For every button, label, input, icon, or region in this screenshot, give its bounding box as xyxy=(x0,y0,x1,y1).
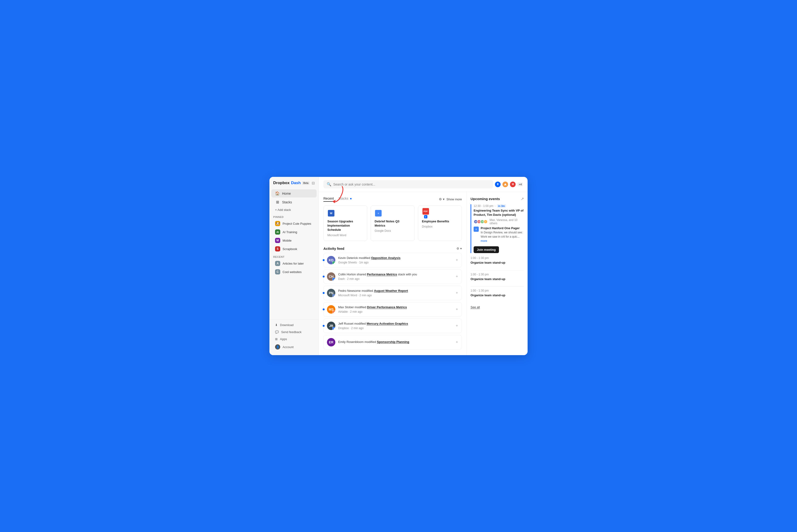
download-icon: ⬇ xyxy=(275,323,278,327)
dropbox-icon-search[interactable] xyxy=(495,182,501,187)
beta-badge: Beta xyxy=(302,181,310,185)
activity-avatar-kevin: KD S xyxy=(327,256,335,264)
search-input[interactable] xyxy=(333,183,490,186)
layout-toggle-icon[interactable]: ⊟ xyxy=(312,181,315,185)
opposition-analysis-link[interactable]: Opposition Analysis xyxy=(371,256,401,260)
sidebar-apps[interactable]: ⊞ Apps xyxy=(271,336,317,342)
add-stack-button[interactable]: + Add stack xyxy=(271,207,317,213)
august-weather-link[interactable]: August Weather Report xyxy=(374,289,408,292)
activity-item-kevin[interactable]: KD S Kevin Deterick modified Opposition … xyxy=(323,253,462,267)
performance-metrics-link[interactable]: Performance Metrics xyxy=(367,272,397,276)
recent-card-debrief-notes[interactable]: ≡ Debrief Notes Q3 Metrics Google Docs xyxy=(371,206,414,241)
card-icon-pdf: PDF xyxy=(422,209,429,217)
activity-meta-pedro: Microsoft Word · 2 min ago xyxy=(338,294,452,297)
more-sources-badge[interactable]: +4 xyxy=(518,183,523,186)
activity-filter-chevron: ▾ xyxy=(460,247,462,250)
activity-action-max[interactable]: ✦ xyxy=(455,307,458,311)
ai-training-label: AI Training xyxy=(282,230,297,234)
sidebar-download[interactable]: ⬇ Download xyxy=(271,322,317,328)
event-item-4: 1:00 - 1:30 pm Organize team stand-up xyxy=(470,289,524,303)
tabs-row: Recent Stacks ⚙ ▾ Show more xyxy=(323,196,462,202)
tab-stacks[interactable]: Stacks xyxy=(338,196,352,202)
activity-avatar-jeff: JR xyxy=(327,322,335,330)
external-link-icon[interactable]: ↗ xyxy=(521,196,524,201)
event-2-title: Organize team stand-up xyxy=(470,261,524,265)
activity-title: Activity feed xyxy=(323,247,344,250)
event-4-title: Organize team stand-up xyxy=(470,293,524,298)
activity-item-pedro[interactable]: PN W Pedro Newsome modified August Weath… xyxy=(323,286,462,300)
attendees-text: Max, Vanessa, and 10 others xyxy=(489,218,524,225)
activity-action-kevin[interactable]: ✦ xyxy=(455,258,458,262)
event-3-time: 1:00 - 1:30 pm xyxy=(470,273,524,276)
cool-websites-label: Cool websites xyxy=(282,270,301,274)
gmail-icon-search[interactable]: M xyxy=(510,182,516,187)
activity-action-pedro[interactable]: ✦ xyxy=(455,291,458,295)
activity-item-max[interactable]: MS A Max Stober modified Driver Performa… xyxy=(323,302,462,317)
card-title-season: Season Upgrades Implementation Schedule xyxy=(328,219,363,232)
sidebar-item-articles[interactable]: A Articles for later xyxy=(271,260,317,267)
search-bar: 🔍 M +4 xyxy=(319,177,527,192)
stacks-icon: ⊞ xyxy=(275,200,280,204)
join-meeting-button[interactable]: Join meeting xyxy=(474,246,499,253)
recent-section-label: Recent xyxy=(270,253,318,259)
sidebar-item-stacks[interactable]: ⊞ Stacks xyxy=(271,198,317,206)
ai-training-icon: AI xyxy=(275,229,280,234)
search-icons-group: M +4 xyxy=(495,182,523,187)
sidebar-item-mobile[interactable]: M Mobile xyxy=(271,236,317,244)
sidebar-item-ai-training[interactable]: AI AI Training xyxy=(271,228,317,236)
activity-text-jeff: Jeff Russet modified Mercury Activation … xyxy=(338,322,452,326)
activity-item-jeff[interactable]: JR Jeff Russet modified Mercury Activati… xyxy=(323,319,462,333)
search-input-wrap[interactable]: 🔍 xyxy=(323,180,493,188)
scrapbook-icon: S xyxy=(275,246,280,251)
sidebar-item-home[interactable]: 🏠 Home xyxy=(271,189,317,197)
event-1-time: 12:30 - 1:00 pm · in 3m xyxy=(474,204,524,208)
sidebar-item-cool-websites[interactable]: C Cool websites xyxy=(271,268,317,276)
activity-item-emily[interactable]: ER Emily Rosenbloom modified Sponsorship… xyxy=(323,335,462,349)
activity-content-collin: Collin Horton shared Performance Metrics… xyxy=(338,272,452,280)
filter-button[interactable]: ⚙ ▾ xyxy=(439,197,445,201)
event-4-time: 1:00 - 1:30 pm xyxy=(470,289,524,292)
driver-performance-link[interactable]: Driver Performance Metrics xyxy=(367,305,407,309)
event-item-3: 1:00 - 1:30 pm Organize team stand-up xyxy=(470,273,524,287)
see-all-link[interactable]: See all xyxy=(470,305,480,309)
activity-meta-kevin: Google Sheets · 1m ago xyxy=(338,261,452,264)
tab-recent-label: Recent xyxy=(323,196,334,200)
activity-dot-collin xyxy=(323,276,325,278)
sidebar-bottom: ⬇ Download 💬 Send feedback ⊞ Apps 👤 Acco… xyxy=(270,319,318,352)
recent-card-season-upgrades[interactable]: W Season Upgrades Implementation Schedul… xyxy=(323,206,367,241)
gdrive-icon-search[interactable] xyxy=(502,182,508,187)
sidebar-home-label: Home xyxy=(282,192,291,195)
sidebar-item-scrapbook[interactable]: S Scrapbook xyxy=(271,245,317,253)
mobile-icon: M xyxy=(275,238,280,243)
tab-recent[interactable]: Recent xyxy=(323,196,334,202)
card-title-debrief: Debrief Notes Q3 Metrics xyxy=(374,219,410,228)
recent-card-employee-benefits[interactable]: PDF Employee Benefits Dropbox xyxy=(418,206,462,241)
activity-filter-icon: ⚙ xyxy=(457,247,459,250)
activity-action-collin[interactable]: ✦ xyxy=(455,274,458,279)
pinned-section-label: Pinned xyxy=(270,213,318,219)
project-hanford-title: Project Hanford One Pager xyxy=(481,226,524,230)
activity-action-emily[interactable]: ✦ xyxy=(455,340,458,344)
activity-filter-button[interactable]: ⚙ ▾ xyxy=(457,247,462,250)
project-hanford-content: Project Hanford One Pager In Design Revi… xyxy=(481,226,524,243)
activity-meta-jeff: Dropbox · 2 min ago xyxy=(338,326,452,330)
articles-label: Articles for later xyxy=(282,262,304,265)
sidebar-logo: Dropbox Dash Beta ⊟ xyxy=(270,180,318,189)
sidebar-account[interactable]: 👤 Account xyxy=(271,343,317,351)
project-hanford-more-link[interactable]: more xyxy=(481,239,487,243)
activity-content-emily: Emily Rosenbloom modified Sponsorship Pl… xyxy=(338,340,452,344)
activity-item-collin[interactable]: CH D Collin Horton shared Performance Me… xyxy=(323,269,462,284)
activity-content-pedro: Pedro Newsome modified August Weather Re… xyxy=(338,289,452,297)
upcoming-events-title: Upcoming events xyxy=(470,197,500,201)
show-more-button[interactable]: Show more xyxy=(446,197,462,201)
sponsorship-planning-link[interactable]: Sponsorship Planning xyxy=(377,340,409,344)
sidebar-item-cute-puppies[interactable]: 🐶 Project Cute Puppies xyxy=(271,220,317,228)
project-hanford-text: In Design Review, we should see: Work we… xyxy=(481,230,524,243)
filter-chevron: ▾ xyxy=(443,197,445,201)
mercury-activation-link[interactable]: Mercury Activation Graphics xyxy=(367,322,408,325)
account-avatar: 👤 xyxy=(275,344,280,349)
tab-stacks-label: Stacks xyxy=(338,196,348,200)
sidebar-feedback[interactable]: 💬 Send feedback xyxy=(271,329,317,336)
activity-section-header: Activity feed ⚙ ▾ xyxy=(323,247,462,250)
activity-action-jeff[interactable]: ✦ xyxy=(455,323,458,328)
